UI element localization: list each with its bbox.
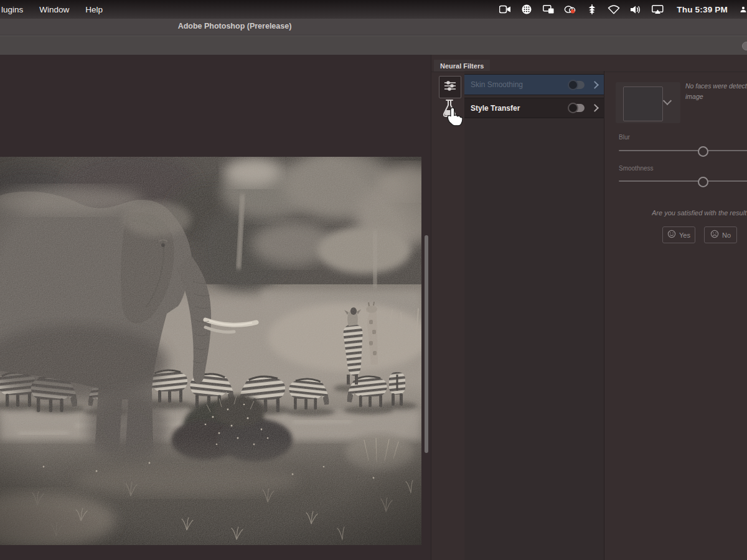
creative-cloud-icon[interactable] (564, 4, 576, 15)
filter-name: Skin Smoothing (471, 80, 523, 89)
chevron-right-icon[interactable] (591, 81, 599, 89)
feedback-yes-button[interactable]: Yes (662, 226, 695, 243)
filter-settings: No faces were detected in the image Blur… (604, 72, 747, 560)
filters-list: Skin Smoothing Style Transfer (464, 71, 604, 560)
launchpad-icon[interactable] (520, 4, 533, 15)
filter-row-skin-smoothing[interactable]: Skin Smoothing (464, 74, 604, 95)
blur-slider-handle[interactable] (698, 146, 708, 157)
face-thumbnail (623, 86, 663, 121)
photo-image (0, 157, 421, 545)
workspace: Neural Filters (0, 55, 747, 560)
smoothness-slider-handle[interactable] (698, 177, 708, 187)
face-selector-dropdown[interactable] (616, 82, 680, 123)
chevron-down-icon (663, 96, 672, 105)
menu-plugins[interactable]: lugins (1, 5, 23, 14)
window-title: Adobe Photoshop (Prerelease) (178, 22, 292, 30)
screen-record-icon[interactable] (499, 4, 511, 15)
toggle-knob (568, 103, 578, 113)
wifi-icon[interactable] (608, 4, 620, 15)
featured-filters-icon (444, 80, 456, 94)
canvas-scrollbar[interactable] (425, 235, 428, 453)
toolbar-partial-icon (742, 42, 747, 50)
displays-icon[interactable] (542, 4, 555, 15)
volume-icon[interactable] (629, 4, 642, 15)
neural-filters-panel: Neural Filters (431, 55, 747, 560)
yes-label: Yes (679, 231, 690, 239)
airplay-icon[interactable] (651, 4, 664, 15)
blur-slider-track[interactable] (619, 150, 747, 151)
featured-filters-button[interactable] (439, 76, 461, 98)
beaker-icon (441, 99, 458, 120)
smoothness-slider-track[interactable] (619, 180, 747, 182)
blur-slider-label: Blur (619, 134, 630, 141)
smiley-face-icon (667, 230, 676, 241)
feedback-no-button[interactable]: No (704, 226, 737, 243)
neural-filters-tab[interactable]: Neural Filters (434, 60, 490, 72)
menubar-menus: lugins Window Help (0, 5, 103, 14)
face-detection-message: No faces were detected in the image (685, 81, 747, 105)
filter-row-style-transfer[interactable]: Style Transfer (464, 98, 604, 118)
feedback-question: Are you satisfied with the result? (652, 209, 747, 217)
no-label: No (722, 231, 731, 239)
plugin-totem-icon[interactable] (586, 4, 598, 15)
frown-face-icon (710, 230, 719, 241)
filter-name: Style Transfer (471, 104, 520, 113)
document-canvas[interactable] (0, 157, 421, 545)
beta-filters-button[interactable] (441, 100, 458, 119)
options-bar (0, 35, 747, 55)
menu-help[interactable]: Help (85, 5, 103, 14)
smoothness-slider-label: Smoothness (619, 165, 654, 172)
menubar-clock[interactable]: Thu 5:39 PM (677, 5, 728, 14)
toggle-knob (568, 80, 578, 90)
chevron-right-icon[interactable] (591, 104, 599, 112)
window-titlebar[interactable]: Adobe Photoshop (Prerelease) (0, 19, 747, 35)
skin-smoothing-toggle[interactable] (568, 81, 585, 89)
filter-category-rail (431, 72, 464, 560)
macos-menubar: lugins Window Help Thu 5:39 PM (0, 0, 747, 19)
account-icon[interactable] (740, 4, 747, 15)
style-transfer-toggle[interactable] (568, 104, 585, 112)
menu-window[interactable]: Window (39, 5, 69, 14)
